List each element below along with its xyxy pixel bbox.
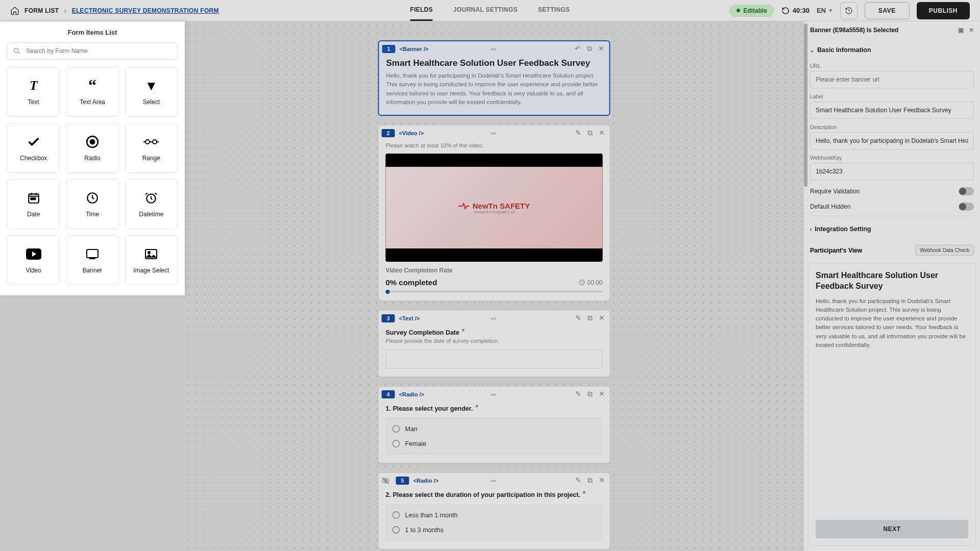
undo-icon[interactable]: ↶ bbox=[575, 44, 581, 53]
editable-status-pill[interactable]: Editable bbox=[729, 5, 774, 17]
drag-handle-icon[interactable]: ═ bbox=[491, 390, 497, 398]
refresh-icon bbox=[781, 7, 790, 15]
radio-option[interactable]: Less than 1 month bbox=[391, 508, 597, 522]
item-label: Banner bbox=[83, 267, 103, 274]
next-button[interactable]: NEXT bbox=[816, 520, 968, 538]
close-icon[interactable]: ✕ bbox=[599, 129, 605, 137]
breadcrumb-level1[interactable]: FORM LIST bbox=[24, 7, 59, 14]
hidden-eye-icon[interactable] bbox=[382, 477, 390, 485]
copy-icon[interactable]: ⧉ bbox=[587, 44, 592, 53]
quote-icon: “ bbox=[88, 78, 96, 93]
drag-handle-icon[interactable]: ═ bbox=[491, 129, 497, 137]
drag-handle-icon[interactable]: ═ bbox=[491, 45, 497, 53]
default-hidden-toggle[interactable] bbox=[959, 203, 974, 211]
search-input[interactable] bbox=[7, 42, 178, 60]
language-selector[interactable]: EN ▼ bbox=[817, 7, 833, 14]
status-dot-icon bbox=[737, 9, 740, 12]
scrollbar-thumb[interactable] bbox=[804, 23, 807, 187]
svg-point-0 bbox=[14, 48, 18, 53]
close-icon[interactable]: ✕ bbox=[599, 390, 605, 398]
item-textarea[interactable]: “ Text Area bbox=[66, 67, 118, 117]
item-time[interactable]: Time bbox=[66, 179, 118, 229]
item-select[interactable]: ▼ Select bbox=[125, 67, 178, 117]
item-label: Select bbox=[143, 98, 160, 106]
timer-value: 40:30 bbox=[793, 7, 810, 14]
banner-description: Hello, thank you for participating in Do… bbox=[386, 71, 602, 107]
form-card-banner[interactable]: 1 <Banner /> ═ ↶ ⧉ ✕ Smart Healthcare So… bbox=[378, 40, 610, 116]
panel-title: Form Items List bbox=[7, 29, 178, 36]
copy-icon[interactable]: ⧉ bbox=[587, 390, 593, 398]
svg-rect-8 bbox=[34, 198, 35, 199]
copy-icon[interactable]: ⧉ bbox=[587, 314, 593, 322]
publish-button[interactable]: PUBLISH bbox=[917, 2, 970, 19]
close-icon[interactable]: ✕ bbox=[599, 314, 605, 322]
edit-icon[interactable]: ✎ bbox=[575, 314, 581, 322]
home-icon[interactable] bbox=[10, 6, 19, 15]
accordion-basic-information[interactable]: ⌄ Basic Information bbox=[810, 42, 974, 58]
tab-fields[interactable]: FIELDS bbox=[410, 0, 433, 21]
webhookkey-field-label: WebhookKey bbox=[810, 155, 974, 161]
form-card-radio-duration[interactable]: 5 <Radio /> ═ ✎ ⧉ ✕ 2. Please select the… bbox=[378, 472, 610, 549]
radio-option[interactable]: 1 to 3 months bbox=[391, 522, 597, 537]
form-card-video[interactable]: 2 <Video /> ═ ✎ ⧉ ✕ Please watch at leas… bbox=[378, 125, 610, 301]
item-checkbox[interactable]: Checkbox bbox=[7, 123, 60, 173]
card-number-badge: 2 bbox=[382, 129, 395, 137]
require-validation-toggle[interactable] bbox=[959, 187, 974, 195]
radio-circle-icon bbox=[393, 440, 400, 447]
language-label: EN bbox=[817, 7, 826, 14]
alarm-icon bbox=[144, 190, 158, 206]
item-video[interactable]: Video bbox=[7, 235, 60, 285]
webhookkey-input[interactable] bbox=[810, 163, 974, 180]
webhook-data-check-button[interactable]: Webhook Data Check bbox=[915, 245, 974, 256]
radio-circle-icon bbox=[393, 511, 400, 519]
required-asterisk: * bbox=[582, 490, 585, 498]
item-range[interactable]: Range bbox=[125, 123, 178, 173]
edit-icon[interactable]: ✎ bbox=[575, 476, 581, 485]
canvas-scrollbar[interactable] bbox=[804, 23, 807, 549]
edit-icon[interactable]: ✎ bbox=[575, 390, 581, 398]
item-text[interactable]: T Text bbox=[7, 67, 60, 117]
video-progress-bar[interactable] bbox=[386, 291, 603, 292]
radio-group: Less than 1 month 1 to 3 months bbox=[386, 504, 603, 541]
card-type-tag: <Video /> bbox=[399, 130, 424, 136]
item-label: Text bbox=[28, 98, 39, 106]
chevron-right-icon: › bbox=[810, 227, 812, 232]
close-icon[interactable]: ✕ bbox=[598, 44, 604, 53]
copy-icon[interactable]: ⧉ bbox=[587, 476, 593, 485]
image-icon bbox=[144, 246, 158, 262]
radio-option[interactable]: Female bbox=[391, 436, 597, 451]
edit-icon[interactable]: ✎ bbox=[575, 129, 581, 137]
label-input[interactable] bbox=[810, 102, 974, 119]
tab-settings[interactable]: SETTINGS bbox=[538, 0, 570, 21]
radio-option[interactable]: Man bbox=[391, 421, 597, 436]
item-image-select[interactable]: Image Select bbox=[125, 235, 178, 285]
video-player[interactable]: NewTn SAFETY Version 0.0.0 Update 1.16 bbox=[386, 154, 603, 262]
drag-handle-icon[interactable]: ═ bbox=[491, 477, 497, 485]
expand-icon[interactable]: ▣ bbox=[958, 27, 964, 34]
card-number-badge: 5 bbox=[396, 477, 409, 485]
text-input[interactable] bbox=[386, 349, 603, 368]
video-logo: NewTn SAFETY bbox=[458, 202, 530, 210]
form-card-text[interactable]: 3 <Text /> ═ ✎ ⧉ ✕ Survey Completion Dat… bbox=[378, 310, 610, 377]
default-hidden-label: Default Hidden bbox=[810, 203, 850, 210]
url-input[interactable] bbox=[810, 71, 974, 88]
accordion-integration-setting[interactable]: › Integration Setting bbox=[810, 221, 974, 237]
breadcrumb-level2[interactable]: ELECTRONIC SURVEY DEMONSTRATION FORM bbox=[72, 7, 219, 14]
item-date[interactable]: Date bbox=[7, 179, 60, 229]
description-input[interactable] bbox=[810, 132, 974, 149]
save-button[interactable]: SAVE bbox=[865, 2, 910, 19]
close-icon[interactable]: ✕ bbox=[599, 476, 605, 485]
history-button[interactable] bbox=[840, 2, 857, 19]
card-number-badge: 1 bbox=[382, 45, 396, 53]
session-timer[interactable]: 40:30 bbox=[781, 7, 810, 15]
drag-handle-icon[interactable]: ═ bbox=[491, 314, 497, 322]
item-radio[interactable]: Radio bbox=[66, 123, 118, 173]
close-icon[interactable]: ✕ bbox=[969, 27, 974, 34]
item-banner[interactable]: Banner bbox=[66, 235, 118, 285]
item-datetime[interactable]: Datetime bbox=[125, 179, 178, 229]
form-card-radio-gender[interactable]: 4 <Radio /> ═ ✎ ⧉ ✕ 1. Please select you… bbox=[378, 386, 610, 463]
preview-body: Hello, thank you for participating in Do… bbox=[816, 297, 968, 350]
copy-icon[interactable]: ⧉ bbox=[587, 129, 593, 137]
range-icon bbox=[142, 134, 160, 149]
tab-journal-settings[interactable]: JOURNAL SETTINGS bbox=[453, 0, 518, 21]
